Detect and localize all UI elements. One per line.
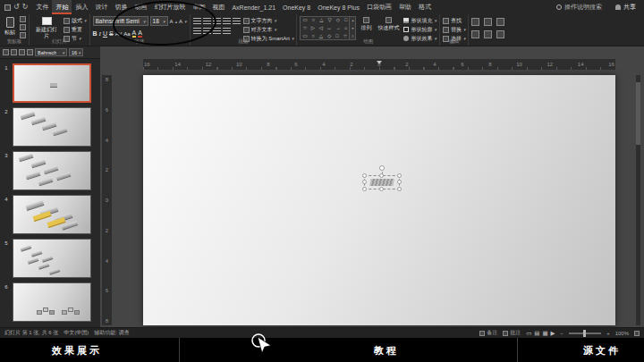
mini-tool-icon[interactable] (3, 49, 9, 55)
view-sorter-button[interactable]: ▤ (534, 330, 539, 337)
ribbon-tab-3[interactable]: 设计 (91, 0, 111, 14)
accessibility-indicator[interactable]: 辅助功能: 调查 (94, 329, 129, 337)
shape-icon[interactable]: → (335, 26, 341, 31)
addin-tool-icon[interactable] (471, 18, 479, 26)
slide-thumbnail-5[interactable]: 5 (0, 239, 97, 278)
shape-icon[interactable]: □ (344, 18, 347, 23)
align-center-icon[interactable] (203, 28, 211, 34)
language-indicator[interactable]: 中文(中国) (64, 329, 89, 337)
slide-canvas[interactable] (143, 75, 615, 325)
comments-button[interactable]: 批注 (503, 329, 521, 337)
increase-font-button[interactable]: A▴ (170, 18, 178, 25)
reset-button[interactable]: 重置 (64, 26, 87, 33)
resize-handle-ne[interactable] (397, 173, 402, 178)
shape-icon[interactable]: ◁ (319, 26, 323, 31)
char-spacing-button[interactable]: AV (115, 31, 123, 37)
resize-handle-nw[interactable] (362, 173, 367, 178)
justify-icon[interactable] (223, 28, 231, 34)
mini-tool-icon[interactable] (11, 49, 17, 55)
shape-fill-button[interactable]: 形状填充▾ (403, 17, 436, 24)
addin-tool-icon[interactable] (471, 30, 479, 38)
addin-tool-icon[interactable] (496, 18, 504, 26)
slide-thumbnail-2[interactable]: 2 (0, 107, 97, 147)
ribbon-tab-2[interactable]: 插入 (72, 0, 91, 14)
shape-icon[interactable]: ◇ (336, 18, 340, 23)
mini-tool-icon[interactable] (19, 49, 25, 55)
zoom-out-button[interactable]: − (561, 331, 564, 336)
ribbon-tab-10[interactable]: OneKey 8 (279, 0, 314, 14)
bold-button[interactable]: B (93, 30, 97, 37)
mini-size-select[interactable]: 16▾ (69, 48, 83, 56)
redo-icon[interactable]: ↻ (22, 4, 29, 11)
indent-increase-icon[interactable] (223, 18, 231, 24)
ribbon-tab-1[interactable]: 开始 (52, 0, 72, 14)
shape-icon[interactable]: ⌂ (344, 26, 347, 31)
ribbon-tab-11[interactable]: OneKey 8 Plus (314, 0, 363, 14)
shape-icon[interactable]: ▷ (311, 26, 315, 31)
replace-button[interactable]: 替换▾ (443, 26, 466, 33)
share-button[interactable]: 共享 (607, 0, 644, 14)
ribbon-tab-13[interactable]: 帮助 (395, 0, 415, 14)
ribbon-tab-7[interactable]: 审阅 (189, 0, 208, 14)
view-slideshow-button[interactable]: ▶ (551, 330, 555, 337)
resize-handle-e[interactable] (397, 180, 402, 184)
shape-gallery[interactable]: ▭○△▽◇□☆▷◁↔→⌂▭○△◇□☆ (300, 16, 350, 40)
align-text-button[interactable]: 对齐文本▾ (243, 26, 294, 33)
ribbon-tab-12[interactable]: 口袋动画 (363, 0, 395, 14)
text-direction-button[interactable]: 文字方向▾ (243, 17, 294, 24)
shape-icon[interactable]: ☆ (302, 26, 307, 31)
paste-button[interactable]: 粘贴 (3, 16, 17, 37)
slide-thumbnail-3[interactable]: 3 (0, 151, 97, 190)
addin-tool-icon[interactable] (496, 30, 504, 38)
slide-thumbnail-6[interactable]: 6 (0, 282, 97, 322)
bullets-icon[interactable] (193, 18, 201, 24)
ribbon-tab-6[interactable]: 幻灯片放映 (150, 0, 189, 14)
resize-handle-s[interactable] (379, 187, 384, 191)
format-painter-icon[interactable] (20, 32, 26, 38)
line-spacing-icon[interactable] (233, 18, 241, 24)
decrease-font-button[interactable]: A▾ (179, 18, 187, 25)
arrange-button[interactable]: 排列 (359, 16, 373, 32)
font-size-select[interactable]: 18▾ (150, 16, 168, 26)
underline-button[interactable]: U (103, 30, 107, 37)
resize-handle-se[interactable] (397, 187, 402, 191)
shape-icon[interactable]: ▽ (327, 18, 331, 23)
zoom-slider[interactable] (569, 333, 601, 334)
quick-styles-button[interactable]: 快速样式 (376, 16, 401, 32)
new-slide-button[interactable]: 新建幻灯片 (32, 16, 61, 40)
mini-font-select[interactable]: Bahnsch▾ (35, 48, 67, 56)
change-case-button[interactable]: Aa (123, 31, 130, 37)
resize-handle-n[interactable] (379, 173, 384, 178)
notes-button[interactable]: 备注 (479, 329, 497, 337)
vertical-ruler[interactable]: 864202468 (102, 75, 112, 325)
shape-outline-button[interactable]: 形状轮廓▾ (403, 26, 436, 33)
vertical-scrollbar[interactable] (636, 75, 640, 325)
layout-button[interactable]: 版式▾ (64, 17, 87, 24)
mini-tool-icon[interactable] (27, 49, 33, 55)
resize-handle-sw[interactable] (362, 187, 367, 191)
align-right-icon[interactable] (213, 28, 221, 34)
strikethrough-button[interactable]: S (109, 30, 114, 37)
horizontal-ruler[interactable]: 1614121086420246810121416 (143, 59, 615, 70)
fit-to-window-icon[interactable] (634, 331, 640, 336)
rotate-handle[interactable] (379, 165, 385, 171)
shape-icon[interactable]: △ (319, 18, 323, 23)
save-icon[interactable] (4, 4, 11, 11)
shape-icon[interactable]: ↔ (326, 26, 332, 31)
cut-icon[interactable] (20, 16, 26, 22)
numbering-icon[interactable] (203, 18, 211, 24)
resize-handle-w[interactable] (362, 180, 367, 184)
text-highlight-button[interactable]: A (132, 29, 137, 38)
slide-thumbnail-1[interactable]: 1 (0, 63, 97, 103)
zoom-in-button[interactable]: + (606, 331, 610, 336)
scroll-down-icon[interactable]: ▾ (352, 26, 353, 30)
slide-thumbnail-4[interactable]: 4 (0, 195, 97, 234)
indent-decrease-icon[interactable] (213, 18, 221, 24)
ribbon-tab-14[interactable]: 格式 (415, 0, 435, 14)
shape-icon[interactable]: ▭ (302, 18, 307, 23)
undo-icon[interactable]: ↺ (13, 4, 20, 11)
italic-button[interactable]: I (99, 30, 101, 38)
shape-icon[interactable]: ○ (312, 18, 315, 23)
tell-me-search[interactable]: 操作说明搜索 (551, 0, 607, 14)
view-normal-button[interactable]: ▭ (526, 330, 531, 337)
